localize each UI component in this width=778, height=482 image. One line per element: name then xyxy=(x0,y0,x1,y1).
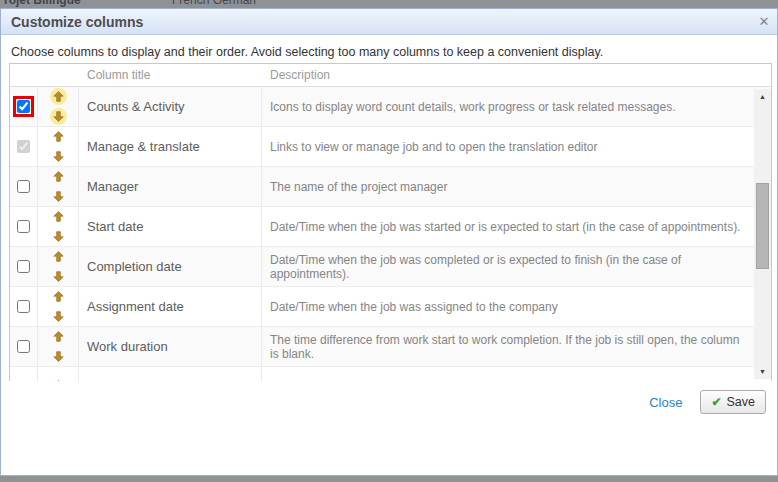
scrollbar-thumb[interactable] xyxy=(756,183,769,269)
checkbox-wrap xyxy=(15,218,32,235)
column-title: Start date xyxy=(79,207,262,246)
table-scrollbar[interactable]: ▲ ▼ xyxy=(754,89,771,379)
columns-table: Column title Description Counts & Activi… xyxy=(9,63,772,381)
save-button[interactable]: ✔ Save xyxy=(700,390,766,414)
table-row: Completion date Date/Time when the job w… xyxy=(10,247,771,287)
column-description: Date/Time when the job was assigned to t… xyxy=(262,287,771,326)
move-down-icon[interactable] xyxy=(50,308,67,325)
move-down-icon[interactable] xyxy=(50,108,67,125)
column-description: Date/Time when the job was started or is… xyxy=(262,207,771,246)
column-title: Counts & Activity xyxy=(79,87,262,126)
dialog-header: Customize columns ✕ xyxy=(1,9,777,35)
customize-columns-dialog: Customize columns ✕ Choose columns to di… xyxy=(0,8,778,476)
checkbox-wrap xyxy=(15,258,32,275)
checkbox-wrap xyxy=(15,178,32,195)
move-down-icon[interactable] xyxy=(50,348,67,365)
close-link[interactable]: Close xyxy=(649,395,682,410)
checkbox-wrap xyxy=(15,338,32,355)
column-title: Assignment date xyxy=(79,287,262,326)
dialog-instruction: Choose columns to display and their orde… xyxy=(1,35,777,59)
column-checkbox[interactable] xyxy=(17,220,30,233)
scroll-up-icon[interactable]: ▲ xyxy=(754,89,771,104)
table-row: Manager The name of the project manager xyxy=(10,167,771,207)
column-checkbox[interactable] xyxy=(17,300,30,313)
table-header: Column title Description xyxy=(10,64,771,87)
header-column-title: Column title xyxy=(87,68,150,82)
save-button-label: Save xyxy=(727,395,756,409)
table-row: Work duration The time difference from w… xyxy=(10,327,771,367)
column-description: Icons to display word count details, wor… xyxy=(262,87,771,126)
column-title: Work duration xyxy=(79,327,262,366)
move-up-icon[interactable] xyxy=(50,88,67,105)
dialog-footer: Close ✔ Save xyxy=(649,390,766,414)
move-up-icon[interactable] xyxy=(50,248,67,265)
move-up-icon[interactable] xyxy=(50,328,67,345)
move-down-icon[interactable] xyxy=(50,268,67,285)
table-row: Manage & translate Links to view or mana… xyxy=(10,127,771,167)
column-checkbox[interactable] xyxy=(17,260,30,273)
move-down-icon[interactable] xyxy=(50,228,67,245)
table-row-partial xyxy=(10,367,771,381)
column-description: Links to view or manage job and to open … xyxy=(262,127,771,166)
dialog-title: Customize columns xyxy=(1,14,751,30)
move-up-icon[interactable] xyxy=(50,208,67,225)
table-row: Assignment date Date/Time when the job w… xyxy=(10,287,771,327)
background-text-languages: French German xyxy=(172,0,256,7)
column-checkbox[interactable] xyxy=(17,140,30,153)
column-description: The time difference from work start to w… xyxy=(262,327,771,366)
column-checkbox[interactable] xyxy=(17,340,30,353)
header-description: Description xyxy=(270,68,330,82)
column-title: Manager xyxy=(79,167,262,206)
column-title: Completion date xyxy=(79,247,262,286)
checkbox-annotation-box xyxy=(13,96,34,117)
table-row: Counts & Activity Icons to display word … xyxy=(10,87,771,127)
move-up-icon[interactable] xyxy=(50,168,67,185)
checkbox-wrap xyxy=(15,138,32,155)
checkbox-wrap xyxy=(15,298,32,315)
column-description: Date/Time when the job was completed or … xyxy=(262,247,771,286)
column-description: The name of the project manager xyxy=(262,167,771,206)
scroll-down-icon[interactable]: ▼ xyxy=(754,364,771,379)
move-up-icon[interactable] xyxy=(50,377,67,381)
table-row: Start date Date/Time when the job was st… xyxy=(10,207,771,247)
move-up-icon[interactable] xyxy=(50,128,67,145)
column-checkbox[interactable] xyxy=(17,100,30,113)
table-body: Counts & Activity Icons to display word … xyxy=(10,87,771,381)
column-checkbox[interactable] xyxy=(17,180,30,193)
move-down-icon[interactable] xyxy=(50,188,67,205)
move-down-icon[interactable] xyxy=(50,148,67,165)
column-title: Manage & translate xyxy=(79,127,262,166)
move-up-icon[interactable] xyxy=(50,288,67,305)
close-icon[interactable]: ✕ xyxy=(751,14,777,29)
background-text-project: rojet Bilingue xyxy=(4,0,81,7)
check-icon: ✔ xyxy=(711,395,721,409)
